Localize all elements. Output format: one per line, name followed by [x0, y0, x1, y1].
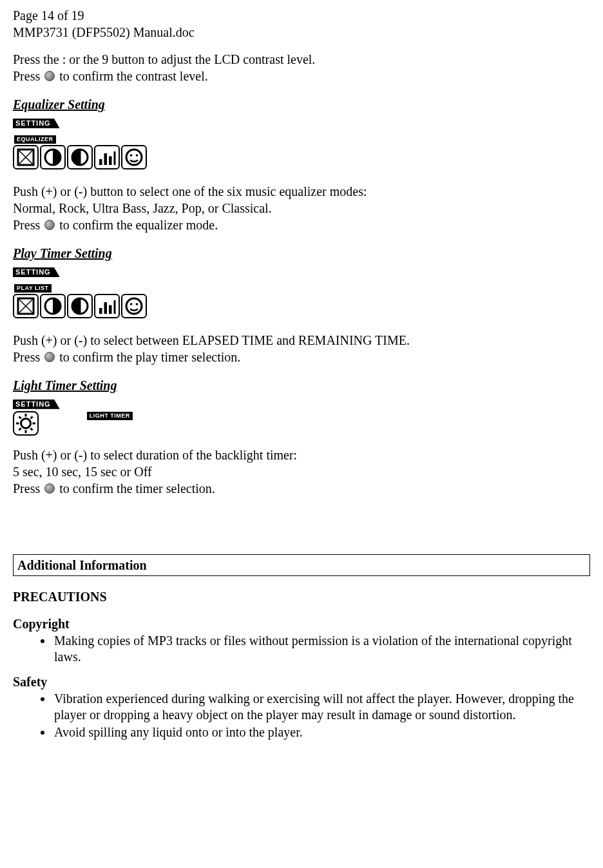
lcd-setting-tab: SETTING: [13, 119, 60, 128]
text-fragment: to confirm the timer selection.: [56, 481, 215, 496]
equalizer-instruction-2: Normal, Rock, Ultra Bass, Jazz, Pop, or …: [13, 200, 590, 216]
lcd-icon-light: [13, 411, 39, 436]
lcd-icon-face: [121, 294, 147, 318]
playtimer-lcd-graphic: SETTING PLAY LIST: [13, 262, 590, 321]
lcd-icon-equalizer: [94, 145, 120, 169]
svg-point-17: [126, 298, 142, 314]
playtimer-instruction-1: Push (+) or (-) to select between ELAPSE…: [13, 333, 590, 348]
safety-list: Vibration experienced during walking or …: [13, 691, 590, 740]
svg-rect-5: [109, 156, 112, 165]
contrast-instruction-2: Press to confirm the contrast level.: [13, 68, 590, 84]
playtimer-heading: Play Timer Setting: [13, 246, 590, 261]
svg-rect-15: [109, 305, 112, 314]
lcd-playlist-label: PLAY LIST: [14, 284, 52, 293]
text-fragment: Press the : or the: [13, 52, 102, 66]
equalizer-lcd-graphic: SETTING EQUALIZER: [13, 113, 590, 172]
lcd-icon-half: [67, 145, 93, 169]
svg-point-19: [136, 303, 139, 305]
lighttimer-heading: Light Timer Setting: [13, 378, 590, 393]
text-fragment: to confirm the equalizer mode.: [56, 218, 218, 232]
contrast-instruction-1: Press the : or the 9 button to adjust th…: [13, 52, 590, 67]
lcd-lighttimer-label: LIGHT TIMER: [87, 412, 133, 420]
svg-line-27: [19, 428, 21, 430]
button-glyph-9: 9: [102, 52, 108, 66]
lcd-icon-contrast: [40, 145, 66, 169]
equalizer-instruction-1: Push (+) or (-) button to select one of …: [13, 184, 590, 199]
equalizer-heading: Equalizer Setting: [13, 97, 590, 112]
additional-info-box: Additional Information: [13, 554, 590, 576]
text-fragment: Press: [13, 350, 43, 364]
lighttimer-instruction-1: Push (+) or (-) to select duration of th…: [13, 447, 590, 463]
list-item: Making copies of MP3 tracks or files wit…: [53, 633, 590, 665]
equalizer-instruction-3: Press to confirm the equalizer mode.: [13, 217, 590, 233]
svg-point-20: [21, 418, 31, 428]
svg-line-25: [19, 416, 21, 418]
svg-point-7: [126, 149, 142, 165]
text-fragment: to confirm the contrast level.: [56, 69, 207, 83]
lcd-icon-equalizer: [94, 294, 120, 318]
text-fragment: button to adjust the LCD contrast level.: [108, 52, 315, 66]
precautions-heading: PRECAUTIONS: [13, 589, 590, 604]
lcd-icon-repeat: [13, 145, 39, 169]
doc-filename: MMP3731 (DFP5502) Manual.doc: [13, 24, 590, 40]
text-fragment: Press: [13, 218, 43, 232]
svg-rect-13: [99, 308, 102, 314]
text-fragment: Press: [13, 481, 43, 496]
page-number: Page 14 of 19: [13, 8, 590, 23]
svg-rect-3: [99, 159, 102, 165]
lcd-setting-tab: SETTING: [13, 267, 60, 277]
lcd-setting-tab: SETTING: [13, 400, 60, 409]
svg-line-26: [31, 428, 33, 430]
svg-rect-14: [104, 302, 108, 314]
lcd-equalizer-label: EQUALIZER: [14, 135, 56, 144]
lcd-icon-contrast: [40, 294, 66, 318]
lighttimer-instruction-3: Press to confirm the timer selection.: [13, 481, 590, 496]
lcd-icon-half: [67, 294, 93, 318]
copyright-list: Making copies of MP3 tracks or files wit…: [13, 633, 590, 665]
svg-line-28: [31, 416, 33, 418]
play-button-icon: [44, 220, 55, 230]
svg-rect-16: [114, 300, 116, 314]
text-fragment: Press: [13, 69, 43, 83]
lcd-icon-face: [121, 145, 147, 169]
svg-point-18: [130, 303, 133, 305]
svg-point-9: [136, 154, 139, 157]
playtimer-instruction-2: Press to confirm the play timer selectio…: [13, 349, 590, 365]
play-button-icon: [44, 483, 55, 494]
lcd-icon-repeat: [13, 294, 39, 318]
lighttimer-lcd-graphic: SETTING LIGHT TIMER: [13, 394, 590, 436]
play-button-icon: [44, 71, 55, 81]
svg-rect-4: [104, 153, 108, 165]
svg-point-8: [130, 154, 133, 157]
text-fragment: to confirm the play timer selection.: [56, 350, 240, 364]
svg-rect-6: [114, 151, 116, 165]
list-item: Vibration experienced during walking or …: [53, 691, 590, 723]
list-item: Avoid spilling any liquid onto or into t…: [53, 724, 590, 740]
play-button-icon: [44, 352, 55, 362]
lighttimer-instruction-2: 5 sec, 10 sec, 15 sec or Off: [13, 464, 590, 479]
safety-heading: Safety: [13, 674, 590, 690]
copyright-heading: Copyright: [13, 616, 590, 632]
